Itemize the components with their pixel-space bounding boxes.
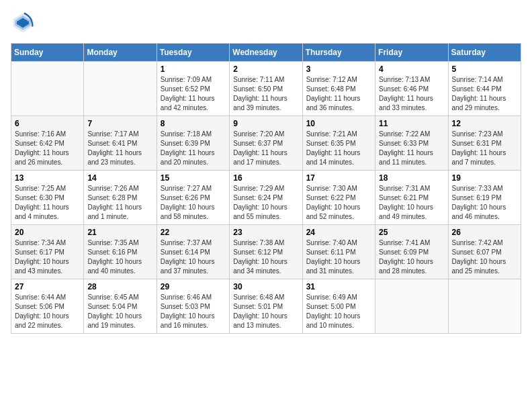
day-info: Sunrise: 7:16 AM Sunset: 6:42 PM Dayligh… [15,130,80,167]
calendar-cell [448,279,521,334]
day-info: Sunrise: 7:14 AM Sunset: 6:44 PM Dayligh… [452,75,517,113]
weekday-header-saturday: Saturday [448,44,521,62]
weekday-header-row: SundayMondayTuesdayWednesdayThursdayFrid… [11,44,521,62]
logo-icon [11,11,35,35]
day-info: Sunrise: 7:31 AM Sunset: 6:21 PM Dayligh… [379,184,444,222]
weekday-header-wednesday: Wednesday [230,44,302,62]
day-info: Sunrise: 7:25 AM Sunset: 6:30 PM Dayligh… [15,184,80,222]
calendar-week-row: 6Sunrise: 7:16 AM Sunset: 6:42 PM Daylig… [11,116,521,171]
day-number: 18 [379,173,444,183]
calendar-cell: 21Sunrise: 7:35 AM Sunset: 6:16 PM Dayli… [84,225,157,279]
day-info: Sunrise: 7:30 AM Sunset: 6:22 PM Dayligh… [306,184,371,222]
weekday-header-sunday: Sunday [11,44,84,62]
day-info: Sunrise: 6:46 AM Sunset: 5:03 PM Dayligh… [161,293,226,330]
calendar-cell [11,62,84,116]
day-number: 14 [87,173,152,183]
calendar-cell: 9Sunrise: 7:20 AM Sunset: 6:37 PM Daylig… [230,116,302,171]
day-info: Sunrise: 7:13 AM Sunset: 6:46 PM Dayligh… [379,75,444,113]
day-info: Sunrise: 7:17 AM Sunset: 6:41 PM Dayligh… [87,130,152,167]
day-info: Sunrise: 7:40 AM Sunset: 6:11 PM Dayligh… [306,238,371,276]
calendar-header: SundayMondayTuesdayWednesdayThursdayFrid… [11,44,521,62]
day-number: 15 [161,173,226,183]
calendar-cell: 10Sunrise: 7:21 AM Sunset: 6:35 PM Dayli… [302,116,375,171]
day-info: Sunrise: 7:37 AM Sunset: 6:14 PM Dayligh… [161,238,226,276]
calendar-table: SundayMondayTuesdayWednesdayThursdayFrid… [11,43,521,334]
calendar-cell: 23Sunrise: 7:38 AM Sunset: 6:12 PM Dayli… [230,225,302,279]
day-number: 11 [379,119,444,128]
day-info: Sunrise: 7:22 AM Sunset: 6:33 PM Dayligh… [379,130,444,167]
day-info: Sunrise: 7:09 AM Sunset: 6:52 PM Dayligh… [161,75,226,113]
calendar-cell: 3Sunrise: 7:12 AM Sunset: 6:48 PM Daylig… [302,62,375,116]
calendar-cell: 30Sunrise: 6:48 AM Sunset: 5:01 PM Dayli… [230,279,302,334]
day-number: 17 [306,173,371,183]
calendar-cell: 31Sunrise: 6:49 AM Sunset: 5:00 PM Dayli… [302,279,375,334]
day-number: 7 [87,119,152,128]
page-header [11,11,521,35]
day-info: Sunrise: 7:21 AM Sunset: 6:35 PM Dayligh… [306,130,371,167]
day-info: Sunrise: 7:23 AM Sunset: 6:31 PM Dayligh… [452,130,517,167]
weekday-header-monday: Monday [84,44,157,62]
day-number: 22 [161,228,226,237]
day-number: 28 [87,282,152,291]
calendar-cell: 14Sunrise: 7:26 AM Sunset: 6:28 PM Dayli… [84,171,157,225]
day-number: 4 [379,64,444,74]
weekday-header-thursday: Thursday [302,44,375,62]
day-info: Sunrise: 6:48 AM Sunset: 5:01 PM Dayligh… [233,293,298,330]
calendar-cell: 6Sunrise: 7:16 AM Sunset: 6:42 PM Daylig… [11,116,84,171]
day-number: 10 [306,119,371,128]
day-number: 2 [233,64,298,74]
day-info: Sunrise: 6:45 AM Sunset: 5:04 PM Dayligh… [87,293,152,330]
day-info: Sunrise: 7:11 AM Sunset: 6:50 PM Dayligh… [233,75,298,113]
day-number: 20 [15,228,80,237]
calendar-cell: 4Sunrise: 7:13 AM Sunset: 6:46 PM Daylig… [375,62,448,116]
day-number: 24 [306,228,371,237]
calendar-cell: 11Sunrise: 7:22 AM Sunset: 6:33 PM Dayli… [375,116,448,171]
calendar-cell: 17Sunrise: 7:30 AM Sunset: 6:22 PM Dayli… [302,171,375,225]
day-info: Sunrise: 6:49 AM Sunset: 5:00 PM Dayligh… [306,293,371,330]
day-number: 3 [306,64,371,74]
calendar-body: 1Sunrise: 7:09 AM Sunset: 6:52 PM Daylig… [11,62,521,334]
day-info: Sunrise: 7:20 AM Sunset: 6:37 PM Dayligh… [233,130,298,167]
day-number: 8 [161,119,226,128]
calendar-cell: 2Sunrise: 7:11 AM Sunset: 6:50 PM Daylig… [230,62,302,116]
calendar-week-row: 1Sunrise: 7:09 AM Sunset: 6:52 PM Daylig… [11,62,521,116]
day-number: 29 [161,282,226,291]
calendar-cell: 16Sunrise: 7:29 AM Sunset: 6:24 PM Dayli… [230,171,302,225]
calendar-cell: 19Sunrise: 7:33 AM Sunset: 6:19 PM Dayli… [448,171,521,225]
day-number: 16 [233,173,298,183]
calendar-cell [84,62,157,116]
calendar-cell: 7Sunrise: 7:17 AM Sunset: 6:41 PM Daylig… [84,116,157,171]
day-number: 23 [233,228,298,237]
day-info: Sunrise: 6:44 AM Sunset: 5:06 PM Dayligh… [15,293,80,330]
day-number: 1 [161,64,226,74]
day-info: Sunrise: 7:18 AM Sunset: 6:39 PM Dayligh… [161,130,226,167]
weekday-header-tuesday: Tuesday [157,44,229,62]
day-number: 25 [379,228,444,237]
day-number: 6 [15,119,80,128]
day-number: 21 [87,228,152,237]
logo [11,11,39,35]
calendar-cell: 25Sunrise: 7:41 AM Sunset: 6:09 PM Dayli… [375,225,448,279]
calendar-cell: 13Sunrise: 7:25 AM Sunset: 6:30 PM Dayli… [11,171,84,225]
calendar-cell: 24Sunrise: 7:40 AM Sunset: 6:11 PM Dayli… [302,225,375,279]
calendar-cell: 26Sunrise: 7:42 AM Sunset: 6:07 PM Dayli… [448,225,521,279]
calendar-cell: 15Sunrise: 7:27 AM Sunset: 6:26 PM Dayli… [157,171,229,225]
day-info: Sunrise: 7:42 AM Sunset: 6:07 PM Dayligh… [452,238,517,276]
calendar-cell: 22Sunrise: 7:37 AM Sunset: 6:14 PM Dayli… [157,225,229,279]
weekday-header-friday: Friday [375,44,448,62]
calendar-cell: 20Sunrise: 7:34 AM Sunset: 6:17 PM Dayli… [11,225,84,279]
day-number: 5 [452,64,517,74]
day-number: 13 [15,173,80,183]
day-number: 27 [15,282,80,291]
calendar-cell [375,279,448,334]
calendar-cell: 29Sunrise: 6:46 AM Sunset: 5:03 PM Dayli… [157,279,229,334]
day-number: 19 [452,173,517,183]
day-info: Sunrise: 7:34 AM Sunset: 6:17 PM Dayligh… [15,238,80,276]
calendar-cell: 1Sunrise: 7:09 AM Sunset: 6:52 PM Daylig… [157,62,229,116]
calendar-week-row: 13Sunrise: 7:25 AM Sunset: 6:30 PM Dayli… [11,171,521,225]
day-number: 12 [452,119,517,128]
day-info: Sunrise: 7:27 AM Sunset: 6:26 PM Dayligh… [161,184,226,222]
day-info: Sunrise: 7:41 AM Sunset: 6:09 PM Dayligh… [379,238,444,276]
calendar-cell: 8Sunrise: 7:18 AM Sunset: 6:39 PM Daylig… [157,116,229,171]
calendar-cell: 5Sunrise: 7:14 AM Sunset: 6:44 PM Daylig… [448,62,521,116]
